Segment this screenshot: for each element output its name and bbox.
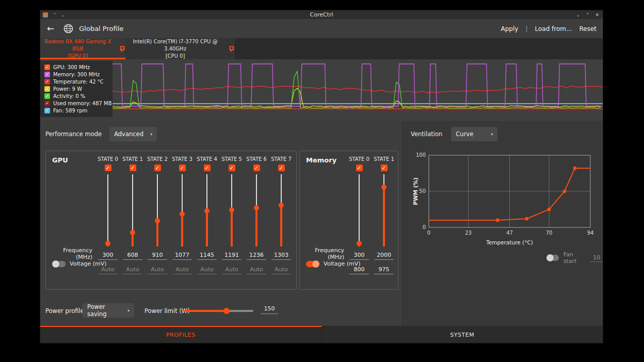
frequency-slider[interactable] xyxy=(105,174,111,246)
legend-checkbox-icon[interactable]: ✓ xyxy=(44,72,50,77)
slider-handle[interactable] xyxy=(155,218,160,223)
ventilation-panel: Ventilation Curve ▾ 023477094050100PWM (… xyxy=(403,121,603,326)
back-button[interactable]: ← xyxy=(47,24,54,33)
state-checkbox[interactable]: ✓ xyxy=(229,164,235,171)
frequency-value[interactable]: 1145 xyxy=(197,252,217,260)
reset-button[interactable]: Reset xyxy=(579,25,597,32)
slider-handle[interactable] xyxy=(130,230,135,235)
frequency-value[interactable]: 1191 xyxy=(222,252,242,260)
voltage-value[interactable]: Auto xyxy=(197,266,217,274)
state-checkbox[interactable]: ✓ xyxy=(381,164,388,171)
voltage-value[interactable]: Auto xyxy=(172,266,192,274)
memory-voltage-toggle[interactable] xyxy=(306,261,319,267)
app-icon xyxy=(43,12,48,18)
voltage-value[interactable]: Auto xyxy=(222,266,242,274)
frequency-value[interactable]: 300 xyxy=(349,252,369,260)
slider-handle[interactable] xyxy=(279,203,284,208)
voltage-value[interactable]: Auto xyxy=(148,266,167,274)
frequency-slider[interactable] xyxy=(204,174,210,246)
voltage-value[interactable]: Auto xyxy=(247,266,266,274)
tab-system[interactable]: SYSTEM xyxy=(322,326,603,343)
state-column: STATE 0✓300800 xyxy=(347,156,372,274)
frequency-value[interactable]: 608 xyxy=(123,252,142,260)
frequency-value[interactable]: 300 xyxy=(98,252,118,260)
gpu-voltage-toggle[interactable] xyxy=(52,261,66,267)
frequency-value[interactable]: 1236 xyxy=(247,252,266,260)
fan-curve-point[interactable] xyxy=(496,219,500,222)
legend-checkbox-icon[interactable]: ✓ xyxy=(44,108,50,113)
slider-handle[interactable] xyxy=(204,208,210,213)
svg-text:PWM (%): PWM (%) xyxy=(412,177,418,205)
state-checkbox[interactable]: ✓ xyxy=(130,164,136,171)
voltage-value[interactable]: 800 xyxy=(349,266,369,274)
power-limit-value[interactable]: 150 xyxy=(261,305,278,314)
slider-handle[interactable] xyxy=(381,185,387,190)
power-profile-select[interactable]: Power saving ▾ xyxy=(83,303,134,318)
state-checkbox[interactable]: ✓ xyxy=(154,164,161,171)
fan-curve-point[interactable] xyxy=(573,167,577,170)
power-limit-slider-handle[interactable] xyxy=(223,308,230,314)
legend-checkbox-icon[interactable]: ✓ xyxy=(44,93,50,99)
power-limit-slider[interactable] xyxy=(183,310,253,312)
legend-checkbox-icon[interactable]: ✓ xyxy=(44,101,50,106)
state-checkbox[interactable]: ✓ xyxy=(204,164,211,171)
keep-below-icon[interactable]: ⌄ xyxy=(61,12,66,18)
bottom-tabbar: PROFILES SYSTEM xyxy=(40,326,603,343)
frequency-value[interactable]: 910 xyxy=(148,252,167,260)
keep-above-icon[interactable]: ⌃ xyxy=(53,12,57,18)
frequency-slider[interactable] xyxy=(381,174,387,246)
state-checkbox[interactable]: ✓ xyxy=(179,164,186,171)
performance-mode-select[interactable]: Advanced ▾ xyxy=(109,127,157,141)
frequency-slider[interactable] xyxy=(130,174,136,246)
tab-gpu-label: Radeon RX 480 Gaming X 8GB[GPU 0] xyxy=(40,38,116,60)
voltage-value[interactable]: Auto xyxy=(123,266,142,274)
controls-area: Performance mode Advanced ▾ GPU STATE 0✓… xyxy=(40,121,603,326)
slider-handle[interactable] xyxy=(254,205,259,210)
legend-item: ✓Power: 9 W xyxy=(44,86,108,92)
frequency-slider[interactable] xyxy=(179,174,185,246)
fan-curve-point[interactable] xyxy=(525,217,528,221)
ventilation-mode-select[interactable]: Curve ▾ xyxy=(451,127,497,141)
voltage-value[interactable]: Auto xyxy=(271,266,291,274)
tab-cpu[interactable]: Intel(R) Core(TM) i7-3770 CPU @ 3.40GHz[… xyxy=(125,38,235,59)
legend-checkbox-icon[interactable]: ✓ xyxy=(44,64,50,70)
voltage-value[interactable]: 975 xyxy=(374,266,394,274)
frequency-slider[interactable] xyxy=(229,174,235,246)
fan-start-value[interactable]: 10 xyxy=(590,254,603,262)
state-checkbox[interactable]: ✓ xyxy=(278,164,285,171)
load-from-button[interactable]: Load from... xyxy=(535,25,572,32)
frequency-slider[interactable] xyxy=(356,174,362,246)
close-button[interactable]: ✕ xyxy=(595,12,599,18)
apply-button[interactable]: Apply xyxy=(501,25,519,32)
fan-start-toggle[interactable] xyxy=(546,255,559,261)
fan-curve-point[interactable] xyxy=(548,208,551,211)
slider-handle[interactable] xyxy=(357,241,362,246)
legend-label: Power: 9 W xyxy=(53,86,82,92)
legend-checkbox-icon[interactable]: ✓ xyxy=(44,86,50,92)
fan-curve-chart[interactable]: 023477094050100PWM (%)Temperature (°C) xyxy=(412,152,594,253)
voltage-value[interactable]: Auto xyxy=(98,266,118,274)
legend-checkbox-icon[interactable]: ✓ xyxy=(44,79,50,85)
tab-profiles[interactable]: PROFILES xyxy=(40,326,322,343)
frequency-slider[interactable] xyxy=(278,174,284,246)
slider-handle[interactable] xyxy=(180,211,185,217)
minimize-button[interactable]: ⌄ xyxy=(576,12,580,18)
tab-gpu[interactable]: Radeon RX 480 Gaming X 8GB[GPU 0] xyxy=(40,38,125,59)
fan-curve-point[interactable] xyxy=(563,190,567,193)
state-checkbox[interactable]: ✓ xyxy=(105,164,111,171)
frequency-slider[interactable] xyxy=(154,174,160,246)
state-label: STATE 0 xyxy=(98,156,118,163)
gpu-groupbox: GPU STATE 0✓300AutoSTATE 1✓608AutoSTATE … xyxy=(45,151,297,290)
maximize-button[interactable]: ⌃ xyxy=(586,12,590,18)
state-checkbox[interactable]: ✓ xyxy=(253,164,260,171)
frequency-value[interactable]: 1077 xyxy=(172,252,192,260)
slider-handle[interactable] xyxy=(229,207,234,212)
svg-text:0: 0 xyxy=(423,224,426,230)
frequency-value[interactable]: 2000 xyxy=(374,252,394,260)
slider-track xyxy=(107,174,108,246)
state-label: STATE 4 xyxy=(197,156,217,163)
frequency-slider[interactable] xyxy=(253,174,260,246)
state-checkbox[interactable]: ✓ xyxy=(356,164,363,171)
slider-handle[interactable] xyxy=(105,241,110,246)
frequency-value[interactable]: 1303 xyxy=(271,252,291,260)
